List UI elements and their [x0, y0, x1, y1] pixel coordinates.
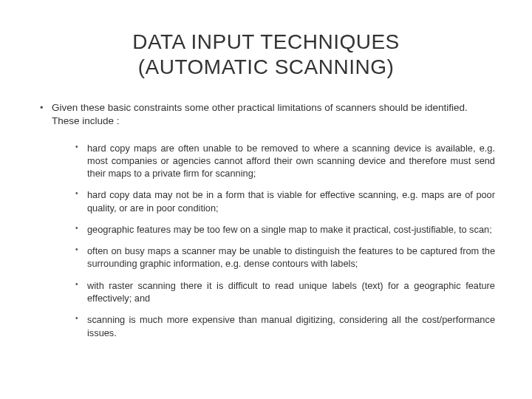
list-item: geographic features may be too few on a …	[74, 223, 495, 236]
list-item-text: hard copy maps are often unable to be re…	[87, 143, 495, 180]
slide-title: DATA INPUT TECHNIQUES (AUTOMATIC SCANNIN…	[37, 30, 495, 79]
list-item-text: with raster scanning there it is difficu…	[87, 280, 495, 304]
title-line-1: DATA INPUT TECHNIQUES	[132, 30, 400, 53]
slide: DATA INPUT TECHNIQUES (AUTOMATIC SCANNIN…	[0, 0, 532, 399]
list-item-text: hard copy data may not be in a form that…	[87, 189, 495, 213]
intro-text: Given these basic constraints some other…	[52, 102, 468, 126]
inner-list: hard copy maps are often unable to be re…	[74, 142, 495, 339]
outer-list: Given these basic constraints some other…	[37, 101, 495, 128]
list-item: hard copy maps are often unable to be re…	[74, 142, 495, 180]
list-item-text: scanning is much more expensive than man…	[87, 314, 495, 338]
list-item-text: often on busy maps a scanner may be unab…	[87, 245, 495, 269]
list-item: with raster scanning there it is difficu…	[74, 279, 495, 305]
intro-item: Given these basic constraints some other…	[37, 101, 495, 128]
list-item: hard copy data may not be in a form that…	[74, 188, 495, 214]
list-item: often on busy maps a scanner may be unab…	[74, 245, 495, 270]
list-item: scanning is much more expensive than man…	[74, 313, 495, 339]
title-line-2: (AUTOMATIC SCANNING)	[138, 55, 395, 78]
list-item-text: geographic features may be too few on a …	[87, 224, 492, 235]
